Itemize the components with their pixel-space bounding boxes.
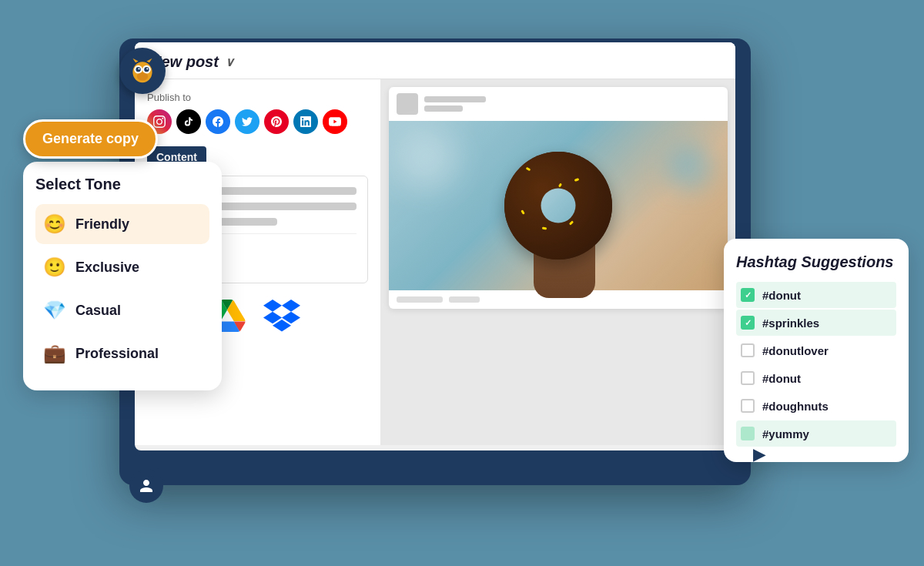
- donut-image: [389, 121, 728, 290]
- hashtag-item-doughnuts[interactable]: #doughnuts: [736, 393, 896, 419]
- hootsuite-logo: [119, 48, 166, 94]
- hashtag-item-donutlover[interactable]: #donutlover: [736, 337, 896, 363]
- hashtag-checkbox-donutlover[interactable]: [741, 343, 755, 357]
- svg-point-5: [138, 68, 139, 69]
- select-tone-panel: Select Tone 😊 Friendly 🙂 Exclusive 💎 Cas…: [23, 162, 222, 390]
- hashtag-tag-donut-1: #donut: [762, 289, 801, 302]
- cursor-pointer-icon: ▶: [753, 445, 765, 464]
- hashtag-checkbox-donut-2[interactable]: [741, 371, 755, 385]
- hashtag-tag-yummy: #yummy: [762, 427, 809, 440]
- friendly-emoji: 😊: [43, 213, 66, 235]
- svg-marker-8: [132, 59, 138, 62]
- screen-content: Publish to: [135, 79, 735, 445]
- tone-item-exclusive[interactable]: 🙂 Exclusive: [35, 247, 209, 287]
- screen-topbar: New post ∨: [135, 42, 735, 79]
- post-preview: [389, 87, 728, 309]
- exclusive-emoji: 🙂: [43, 256, 66, 278]
- inner-screen: New post ∨ Publish to: [135, 42, 735, 450]
- youtube-icon[interactable]: [323, 109, 347, 134]
- post-name-line-2: [424, 105, 463, 112]
- post-header: [389, 87, 728, 121]
- chevron-down-icon[interactable]: ∨: [225, 55, 234, 69]
- casual-label: Casual: [75, 303, 121, 319]
- svg-point-4: [144, 67, 149, 72]
- svg-marker-9: [146, 59, 152, 62]
- tone-item-professional[interactable]: 💼 Professional: [35, 333, 209, 373]
- post-footer-line-1: [397, 296, 443, 303]
- hashtag-item-sprinkles[interactable]: #sprinkles: [736, 310, 896, 336]
- hashtag-suggestions-title: Hashtag Suggestions: [736, 253, 896, 271]
- hashtag-checkbox-doughnuts[interactable]: [741, 399, 755, 413]
- hashtag-checkbox-sprinkles[interactable]: [741, 316, 755, 330]
- pinterest-icon[interactable]: [264, 109, 289, 134]
- right-panel: [381, 79, 735, 445]
- post-footer-line-2: [449, 296, 480, 303]
- select-tone-title: Select Tone: [35, 176, 209, 193]
- hashtag-item-yummy[interactable]: #yummy ▶: [736, 420, 896, 447]
- hashtag-suggestions-panel: Hashtag Suggestions #donut #sprinkles #d…: [724, 239, 909, 462]
- social-icons-row: [147, 109, 368, 134]
- tone-item-casual[interactable]: 💎 Casual: [35, 290, 209, 330]
- dropbox-logo[interactable]: [260, 295, 303, 337]
- twitter-icon[interactable]: [235, 109, 259, 134]
- svg-point-3: [136, 67, 140, 72]
- hashtag-tag-sprinkles: #sprinkles: [762, 316, 819, 330]
- linkedin-icon[interactable]: [293, 109, 318, 134]
- hashtag-item-donut-1[interactable]: #donut: [736, 282, 896, 308]
- new-post-title: New post ∨: [150, 53, 720, 71]
- professional-label: Professional: [75, 346, 159, 362]
- user-avatar-button[interactable]: [129, 469, 163, 503]
- hashtag-item-donut-2[interactable]: #donut: [736, 365, 896, 391]
- generate-copy-button[interactable]: Generate copy: [23, 119, 158, 159]
- hashtag-tag-donutlover: #donutlover: [762, 344, 829, 357]
- facebook-icon[interactable]: [206, 109, 230, 134]
- post-name-line-1: [424, 96, 486, 102]
- friendly-label: Friendly: [75, 216, 129, 233]
- svg-point-10: [137, 72, 148, 81]
- casual-emoji: 💎: [43, 300, 66, 321]
- svg-point-6: [146, 68, 148, 69]
- tiktok-icon[interactable]: [176, 109, 201, 134]
- post-preview-avatar: [397, 93, 418, 115]
- tone-item-friendly[interactable]: 😊 Friendly: [35, 204, 209, 244]
- post-name-lines: [424, 96, 486, 112]
- exclusive-label: Exclusive: [75, 260, 139, 276]
- professional-emoji: 💼: [43, 343, 66, 364]
- hashtag-tag-donut-2: #donut: [762, 372, 801, 385]
- hashtag-checkbox-yummy[interactable]: [741, 427, 755, 440]
- publish-to-label: Publish to: [147, 92, 368, 103]
- hashtag-tag-doughnuts: #doughnuts: [762, 400, 829, 413]
- hashtag-checkbox-donut-1[interactable]: [741, 288, 755, 302]
